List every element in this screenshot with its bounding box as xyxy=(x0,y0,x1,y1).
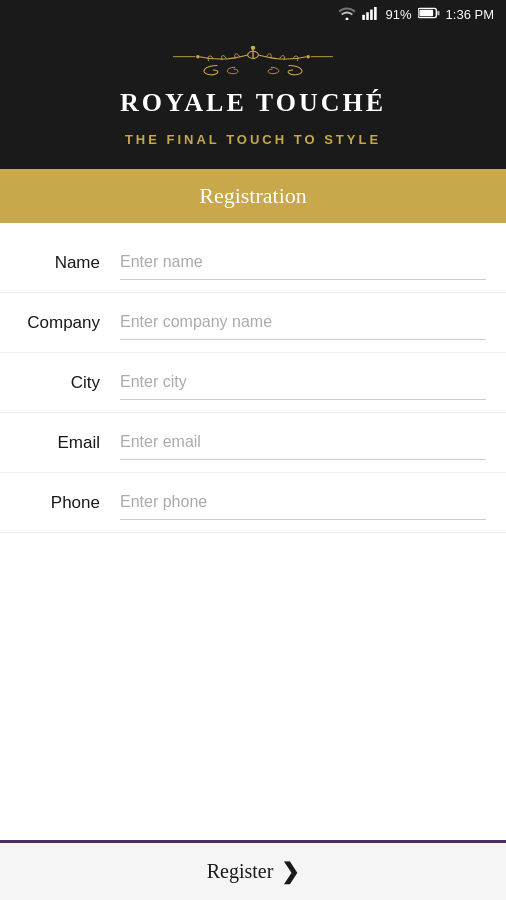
svg-rect-6 xyxy=(437,10,439,15)
registration-banner: Registration xyxy=(0,169,506,223)
city-input[interactable] xyxy=(120,365,486,400)
email-field-row: Email xyxy=(0,413,506,473)
company-field-row: Company xyxy=(0,293,506,353)
svg-rect-5 xyxy=(419,9,433,15)
name-label: Name xyxy=(20,253,120,273)
time-display: 1:36 PM xyxy=(446,7,494,22)
battery-icon xyxy=(418,7,440,22)
phone-label: Phone xyxy=(20,493,120,513)
registration-title: Registration xyxy=(199,183,307,208)
battery-level: 91% xyxy=(386,7,412,22)
company-input[interactable] xyxy=(120,305,486,340)
email-input[interactable] xyxy=(120,425,486,460)
svg-rect-1 xyxy=(366,12,369,20)
wifi-icon xyxy=(338,6,356,23)
svg-rect-3 xyxy=(374,6,377,19)
name-input[interactable] xyxy=(120,245,486,280)
city-label: City xyxy=(20,373,120,393)
registration-form: Name Company City Email Phone xyxy=(0,223,506,543)
bottom-bar: Register ❯ xyxy=(0,840,506,900)
svg-rect-0 xyxy=(362,14,365,19)
brand-name: ROYALE TOUCHÉ xyxy=(120,88,386,118)
signal-icon xyxy=(362,6,380,23)
register-arrow-icon: ❯ xyxy=(281,859,299,885)
company-label: Company xyxy=(20,313,120,333)
svg-point-8 xyxy=(251,46,255,50)
logo-ornament-icon xyxy=(153,46,353,86)
header: ROYALE TOUCHÉ THE FINAL TOUCH TO STYLE xyxy=(0,28,506,169)
city-field-row: City xyxy=(0,353,506,413)
phone-input[interactable] xyxy=(120,485,486,520)
brand-tagline: THE FINAL TOUCH TO STYLE xyxy=(125,132,381,147)
register-button-label: Register xyxy=(207,860,274,883)
status-bar: 91% 1:36 PM xyxy=(0,0,506,28)
logo-container: ROYALE TOUCHÉ xyxy=(120,46,386,118)
svg-rect-2 xyxy=(370,9,373,20)
register-button[interactable]: Register ❯ xyxy=(187,849,320,895)
svg-point-10 xyxy=(196,55,200,59)
svg-point-11 xyxy=(306,55,310,59)
name-field-row: Name xyxy=(0,233,506,293)
email-label: Email xyxy=(20,433,120,453)
phone-field-row: Phone xyxy=(0,473,506,533)
